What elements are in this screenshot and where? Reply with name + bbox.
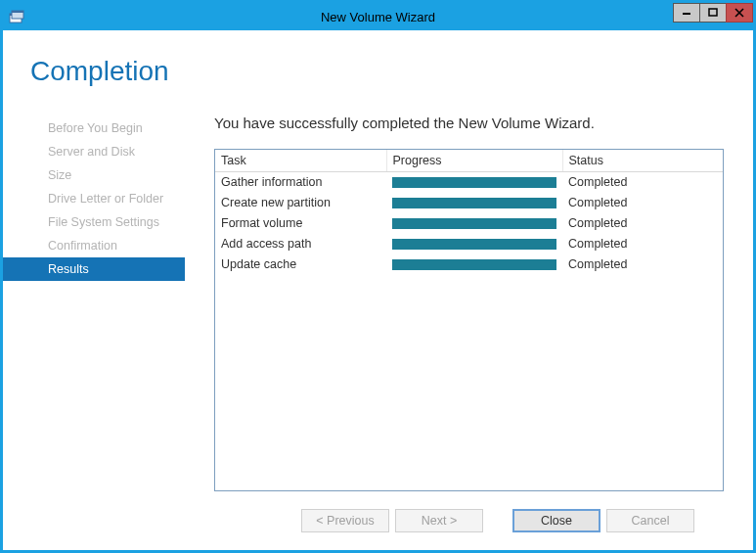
table-row: Add access path Completed	[215, 234, 723, 254]
window-title: New Volume Wizard	[3, 10, 753, 24]
footer: < Previous Next > Close Cancel	[3, 491, 724, 550]
table-header-row: Task Progress Status	[215, 150, 723, 172]
sidebar-item-before-you-begin: Before You Begin	[3, 116, 185, 140]
titlebar: New Volume Wizard	[3, 3, 753, 30]
progress-bar	[392, 259, 556, 270]
column-header-progress[interactable]: Progress	[386, 150, 562, 172]
task-status: Completed	[562, 213, 723, 234]
task-progress-cell	[386, 213, 562, 234]
progress-bar	[392, 239, 556, 250]
sidebar-item-drive-letter-or-folder: Drive Letter or Folder	[3, 187, 185, 210]
next-button: Next >	[395, 509, 483, 532]
svg-rect-4	[683, 13, 690, 15]
task-name: Gather information	[215, 172, 386, 193]
task-status: Completed	[562, 234, 723, 254]
wizard-window: New Volume Wizard Completion Before You …	[0, 0, 756, 553]
table-row: Gather information Completed	[215, 172, 723, 193]
sidebar-item-results: Results	[3, 257, 185, 281]
svg-rect-5	[709, 9, 717, 16]
sidebar-item-server-and-disk: Server and Disk	[3, 140, 185, 163]
previous-button: < Previous	[301, 509, 389, 532]
task-name: Add access path	[215, 234, 386, 254]
app-icon	[9, 10, 24, 23]
results-table: Task Progress Status Gather information …	[215, 150, 723, 275]
sidebar-item-label: Size	[48, 168, 71, 182]
close-window-button[interactable]	[726, 3, 753, 23]
maximize-icon	[708, 8, 718, 18]
sidebar-item-label: Drive Letter or Folder	[48, 192, 163, 206]
task-status: Completed	[562, 254, 723, 275]
success-message: You have successfully completed the New …	[214, 115, 724, 131]
task-progress-cell	[386, 254, 562, 275]
maximize-button[interactable]	[699, 3, 727, 23]
close-button[interactable]: Close	[512, 509, 600, 532]
table-row: Create new partition Completed	[215, 193, 723, 213]
sidebar: Before You Begin Server and Disk Size Dr…	[3, 115, 185, 491]
task-progress-cell	[386, 172, 562, 193]
minimize-icon	[682, 8, 691, 18]
column-header-task[interactable]: Task	[215, 150, 386, 172]
sidebar-item-label: Results	[48, 262, 89, 276]
progress-bar	[392, 218, 556, 229]
table-row: Update cache Completed	[215, 254, 723, 275]
page-heading: Completion	[30, 56, 724, 87]
table-row: Format volume Completed	[215, 213, 723, 234]
task-progress-cell	[386, 234, 562, 254]
body: Before You Begin Server and Disk Size Dr…	[3, 115, 724, 491]
sidebar-item-label: Before You Begin	[48, 121, 143, 135]
main-panel: You have successfully completed the New …	[185, 115, 724, 491]
content-area: Completion Before You Begin Server and D…	[3, 30, 753, 550]
task-progress-cell	[386, 193, 562, 213]
task-status: Completed	[562, 172, 723, 193]
sidebar-item-label: Confirmation	[48, 239, 117, 253]
sidebar-item-file-system-settings: File System Settings	[3, 210, 185, 234]
svg-rect-3	[12, 11, 23, 13]
sidebar-item-confirmation: Confirmation	[3, 234, 185, 257]
task-name: Update cache	[215, 254, 386, 275]
sidebar-item-label: File System Settings	[48, 215, 159, 229]
task-name: Create new partition	[215, 193, 386, 213]
sidebar-item-size: Size	[3, 163, 185, 187]
minimize-button[interactable]	[673, 3, 700, 23]
cancel-button: Cancel	[606, 509, 694, 532]
sidebar-item-label: Server and Disk	[48, 145, 135, 159]
progress-bar	[392, 198, 556, 208]
progress-bar	[392, 177, 556, 188]
column-header-status[interactable]: Status	[562, 150, 723, 172]
window-controls	[674, 3, 753, 23]
task-name: Format volume	[215, 213, 386, 234]
close-icon	[734, 8, 744, 18]
task-status: Completed	[562, 193, 723, 213]
results-table-container: Task Progress Status Gather information …	[214, 149, 724, 491]
